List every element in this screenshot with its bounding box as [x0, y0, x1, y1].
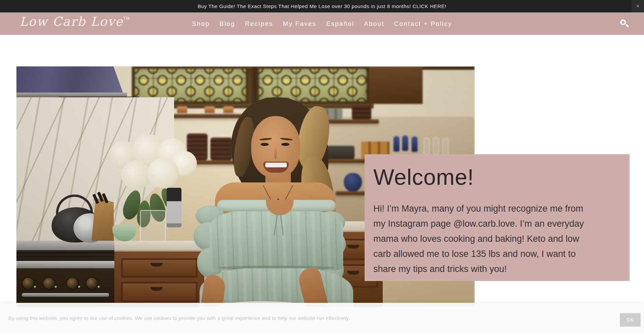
nav-item-espanol[interactable]: Español [326, 20, 354, 27]
nav-item-shop[interactable]: Shop [192, 20, 210, 27]
nav-menu: Shop Blog Recipes My Faves Español About… [0, 12, 644, 35]
main-navbar: Low Carb LoveTM Shop Blog Recipes My Fav… [0, 12, 644, 35]
cookie-ok-button[interactable]: OK [620, 313, 641, 327]
cookie-message: By using this website, you agree to our … [8, 315, 350, 321]
search-button[interactable] [620, 19, 629, 29]
nav-item-recipes[interactable]: Recipes [245, 20, 273, 27]
welcome-card: Welcome! Hi! I’m Mayra, many of you migh… [365, 154, 630, 281]
promo-banner-link[interactable]: Buy The Guide! The Exact Steps That Help… [0, 0, 644, 12]
welcome-text: Hi! I’m Mayra, many of you might recogni… [373, 201, 596, 277]
promo-banner: Buy The Guide! The Exact Steps That Help… [0, 0, 644, 12]
nav-item-about[interactable]: About [364, 20, 384, 27]
welcome-title: Welcome! [373, 164, 599, 190]
banner-close-button[interactable]: × [632, 0, 644, 12]
cookie-bar: By using this website, you agree to our … [0, 303, 644, 333]
nav-item-my-faves[interactable]: My Faves [283, 20, 316, 27]
close-icon: × [636, 3, 639, 9]
nav-item-blog[interactable]: Blog [219, 20, 235, 27]
nav-item-contact-policy[interactable]: Contact + Policy [394, 20, 452, 27]
search-icon [620, 19, 626, 25]
